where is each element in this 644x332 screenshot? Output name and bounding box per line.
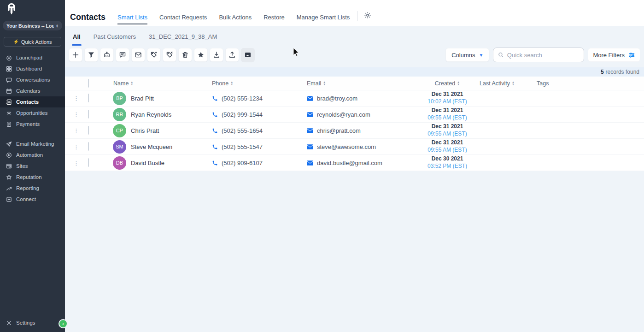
sidebar-item-email-marketing[interactable]: Email Marketing	[0, 138, 65, 149]
search-input[interactable]	[507, 52, 580, 59]
sort-icon[interactable]: ▲▼	[230, 81, 233, 86]
sidebar-collapse-button[interactable]: ‹	[59, 319, 68, 328]
contact-name-link[interactable]: Chris Pratt	[131, 127, 159, 134]
table-header-row: Name ▲▼ Phone ▲▼ Email ▲▼ Created ▲▼ Las…	[65, 77, 644, 90]
sort-icon[interactable]: ▲▼	[130, 81, 133, 86]
tab-label: All	[73, 33, 81, 40]
automation-icon	[6, 152, 12, 158]
created-date: Dec 30 2021	[432, 155, 463, 163]
column-header-email[interactable]: Email ▲▼	[304, 80, 415, 87]
settings-gear-icon[interactable]	[364, 12, 371, 21]
contact-phone[interactable]: (502) 909-6107	[222, 160, 263, 166]
select-all-checkbox[interactable]	[88, 79, 89, 88]
columns-button[interactable]: Columns ▼	[445, 48, 489, 62]
row-checkbox[interactable]	[88, 158, 89, 167]
sidebar-item-connect[interactable]: Connect	[0, 194, 65, 205]
column-header-last-activity[interactable]: Last Activity ▲▼	[480, 80, 530, 87]
delete-contacts-button[interactable]	[178, 48, 192, 62]
nav-manage-smart-lists[interactable]: Manage Smart Lists	[297, 9, 350, 26]
contact-email[interactable]: chris@pratt.com	[317, 127, 361, 134]
contact-email[interactable]: steve@awesome.com	[317, 143, 376, 150]
tab-past-customers[interactable]: Past Customers	[93, 26, 137, 47]
contact-phone[interactable]: (502) 555-1547	[222, 143, 263, 150]
column-label: Email	[307, 80, 321, 87]
merge-contacts-button[interactable]	[241, 48, 255, 62]
created-time[interactable]: 03:52 PM (EST)	[427, 163, 467, 170]
sidebar-item-label: Payments	[16, 121, 40, 127]
contact-email[interactable]: david.bustle@gmail.com	[317, 160, 382, 166]
sidebar-item-dashboard[interactable]: Dashboard	[0, 63, 65, 74]
sites-icon	[6, 163, 12, 169]
sidebar-item-reputation[interactable]: Reputation	[0, 172, 65, 183]
created-time[interactable]: 10:02 AM (EST)	[427, 98, 467, 106]
contact-email[interactable]: brad@troy.com	[317, 95, 357, 102]
more-filters-button[interactable]: More Filters	[588, 48, 640, 62]
row-menu-button[interactable]: ⋮	[71, 111, 82, 118]
contact-name-link[interactable]: Ryan Reynolds	[131, 111, 171, 118]
tab-label: 31_DEC_2021_9_38_AM	[149, 33, 217, 40]
table-row: ⋮ RR Ryan Reynolds (502) 999-1544 reynol…	[65, 107, 644, 123]
automation-bot-button[interactable]	[100, 48, 114, 62]
row-checkbox[interactable]	[88, 110, 89, 119]
conversations-icon	[6, 77, 12, 83]
column-header-created[interactable]: Created ▲▼	[415, 80, 480, 87]
tab-31-dec-2021[interactable]: 31_DEC_2021_9_38_AM	[148, 26, 218, 47]
nav-restore[interactable]: Restore	[263, 9, 285, 26]
contacts-icon	[6, 99, 12, 105]
contact-phone[interactable]: (502) 555-1654	[222, 127, 263, 134]
sidebar-item-calendars[interactable]: Calendars	[0, 85, 65, 96]
sort-icon[interactable]: ▲▼	[457, 81, 460, 86]
sort-icon[interactable]: ▲▼	[512, 81, 515, 86]
remove-tag-button[interactable]	[163, 48, 176, 62]
row-checkbox[interactable]	[88, 94, 89, 102]
sidebar-item-automation[interactable]: Automation	[0, 149, 65, 160]
sidebar-item-conversations[interactable]: Conversations	[0, 74, 65, 85]
sidebar-item-payments[interactable]: Payments	[0, 119, 65, 130]
send-sms-button[interactable]	[116, 48, 129, 62]
sidebar-item-contacts[interactable]: Contacts	[0, 96, 65, 107]
business-selector[interactable]: Your Business -- Loui... ▲▼	[3, 21, 62, 30]
row-menu-button[interactable]: ⋮	[71, 143, 82, 150]
created-time[interactable]: 09:55 AM (EST)	[427, 130, 467, 138]
favorite-button[interactable]	[194, 48, 208, 62]
sidebar-item-launchpad[interactable]: Launchpad	[0, 52, 65, 63]
row-menu-button[interactable]: ⋮	[71, 127, 82, 134]
sidebar-item-reporting[interactable]: Reporting	[0, 183, 65, 194]
row-menu-button[interactable]: ⋮	[71, 95, 82, 102]
send-email-button[interactable]	[131, 48, 145, 62]
contact-name-link[interactable]: Brad Pitt	[131, 95, 154, 102]
contact-name-link[interactable]: Steve Mcqueen	[131, 143, 172, 150]
column-header-phone[interactable]: Phone ▲▼	[210, 80, 304, 87]
sort-icon[interactable]: ▲▼	[323, 81, 326, 86]
nav-contact-requests[interactable]: Contact Requests	[159, 9, 207, 26]
envelope-icon	[307, 144, 313, 149]
add-contact-button[interactable]	[69, 48, 82, 62]
avatar: BP	[113, 92, 126, 105]
filter-button[interactable]	[84, 48, 98, 62]
contact-phone[interactable]: (502) 999-1544	[222, 111, 263, 118]
table-row: ⋮ SM Steve Mcqueen (502) 555-1547 steve@…	[65, 139, 644, 155]
column-header-name[interactable]: Name ▲▼	[104, 80, 210, 87]
import-contacts-button[interactable]	[210, 48, 223, 62]
created-time[interactable]: 09:55 AM (EST)	[427, 147, 467, 154]
sidebar-item-opportunities[interactable]: Opportunities	[0, 107, 65, 119]
created-date: Dec 31 2021	[432, 91, 463, 98]
row-checkbox[interactable]	[88, 142, 89, 151]
nav-smart-lists[interactable]: Smart Lists	[117, 9, 147, 26]
add-tag-button[interactable]	[147, 48, 161, 62]
export-contacts-button[interactable]	[225, 48, 239, 62]
contact-name-link[interactable]: David Bustle	[131, 160, 164, 166]
contact-phone[interactable]: (502) 555-1234	[222, 95, 263, 102]
nav-bulk-actions[interactable]: Bulk Actions	[219, 9, 252, 26]
quick-actions-button[interactable]: ⚡ Quick Actions	[4, 37, 61, 47]
phone-icon	[212, 112, 218, 118]
row-menu-button[interactable]: ⋮	[71, 160, 82, 166]
phone-icon	[212, 95, 218, 101]
payments-icon	[6, 121, 12, 127]
created-time[interactable]: 09:55 AM (EST)	[427, 114, 467, 122]
sidebar-item-settings[interactable]: Settings	[0, 317, 65, 328]
sidebar-item-sites[interactable]: Sites	[0, 160, 65, 172]
tab-all[interactable]: All	[72, 26, 82, 47]
contact-email[interactable]: reynolds@ryan.com	[317, 111, 370, 118]
row-checkbox[interactable]	[88, 126, 89, 135]
